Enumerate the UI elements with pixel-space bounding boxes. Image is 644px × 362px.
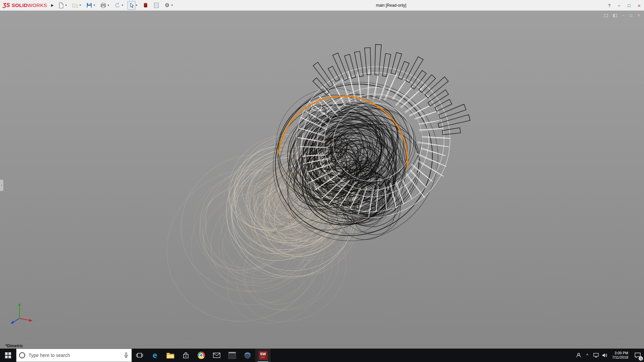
edge-button[interactable]: e xyxy=(147,349,163,362)
microphone-icon[interactable] xyxy=(123,352,129,358)
command-prompt-icon xyxy=(228,352,236,359)
triad-z-axis xyxy=(13,318,19,322)
start-button[interactable] xyxy=(0,349,16,362)
undo-dropdown-arrow-icon[interactable]: ▾ xyxy=(122,4,123,7)
options-dropdown-arrow-icon[interactable]: ▾ xyxy=(171,4,173,7)
toolbar-flyout-arrow-icon[interactable]: ▶ xyxy=(50,3,57,7)
solidworks-app-icon: SW 2017 xyxy=(259,351,268,360)
clock-time: 3:09 PM xyxy=(612,351,628,355)
properties-button[interactable] xyxy=(152,1,160,10)
print-button[interactable] xyxy=(99,1,107,10)
restore-button[interactable]: □ xyxy=(628,3,630,8)
search-input[interactable] xyxy=(28,352,121,358)
undo-arrow-icon xyxy=(114,2,120,8)
chevron-up-icon: ^ xyxy=(586,353,588,358)
print-icon xyxy=(100,2,106,8)
taskbar-clock[interactable]: 3:09 PM 7/11/2018 xyxy=(609,351,631,360)
new-document-button[interactable] xyxy=(57,1,65,10)
select-dropdown-arrow-icon[interactable]: ▾ xyxy=(136,4,137,7)
open-button[interactable] xyxy=(71,1,79,10)
reference-triad xyxy=(6,301,35,325)
solidworks-logo: ƷS SOLIDWORKS xyxy=(0,2,50,9)
model-wireframe-canvas[interactable] xyxy=(0,11,644,349)
taskbar-search[interactable] xyxy=(16,349,132,362)
print-dropdown-arrow-icon[interactable]: ▾ xyxy=(108,4,109,7)
speaker-icon xyxy=(602,353,608,358)
open-dropdown-arrow-icon[interactable]: ▾ xyxy=(79,4,81,7)
file-explorer-icon xyxy=(166,352,174,359)
system-tray: ^ 3:09 PM 7/11/2018 3 xyxy=(574,349,644,362)
new-dropdown-arrow-icon[interactable]: ▾ xyxy=(65,4,67,7)
graphics-viewport[interactable]: – □ × › *Dimetric xyxy=(0,11,644,349)
triad-x-arrow-icon xyxy=(29,319,33,322)
task-view-icon xyxy=(136,352,143,359)
window-controls: ? – □ × xyxy=(608,0,641,11)
solidworks-taskbar-button[interactable]: SW 2017 xyxy=(255,349,271,362)
person-icon xyxy=(576,352,582,358)
action-center-button[interactable]: 3 xyxy=(631,349,644,362)
mail-envelope-icon xyxy=(213,352,221,358)
triad-z-arrow-icon xyxy=(11,321,14,324)
titlebar: ƷS SOLIDWORKS ▶ ▾ ▾ ▾ xyxy=(0,0,644,11)
save-button[interactable] xyxy=(85,1,93,10)
close-button[interactable]: × xyxy=(638,3,641,8)
people-button[interactable] xyxy=(574,349,583,362)
app-circle-icon xyxy=(244,352,251,359)
doc-pane-right-icon[interactable] xyxy=(613,14,617,17)
save-floppy-icon xyxy=(86,2,92,8)
file-explorer-button[interactable] xyxy=(163,349,178,362)
open-folder-icon xyxy=(72,2,78,8)
appearances-button[interactable] xyxy=(142,1,150,10)
save-dropdown-arrow-icon[interactable]: ▾ xyxy=(94,4,95,7)
cortana-icon[interactable] xyxy=(19,352,25,358)
taskbar: e SW 2017 xyxy=(0,349,644,362)
network-button[interactable] xyxy=(592,349,600,362)
notification-badge: 3 xyxy=(639,356,643,361)
doc-restore-button[interactable]: □ xyxy=(630,13,632,17)
doc-close-button[interactable]: × xyxy=(638,13,640,17)
undo-button[interactable] xyxy=(113,1,121,10)
network-icon xyxy=(593,353,599,358)
edge-icon: e xyxy=(153,351,157,359)
gear-icon: ⚙ xyxy=(165,3,169,8)
chrome-button[interactable] xyxy=(194,349,209,362)
featuremanager-collapsed-tab[interactable]: › xyxy=(0,179,4,191)
view-orientation-label: *Dimetric xyxy=(5,344,23,348)
tray-expand-button[interactable]: ^ xyxy=(583,349,592,362)
triad-y-arrow-icon xyxy=(18,303,21,306)
new-document-icon xyxy=(58,2,64,8)
dassault-3ds-icon: ƷS xyxy=(3,2,10,9)
command-prompt-button[interactable] xyxy=(224,349,240,362)
app-circle-button[interactable] xyxy=(240,349,255,362)
clock-date: 7/11/2018 xyxy=(612,355,628,360)
mail-button[interactable] xyxy=(209,349,224,362)
chrome-icon xyxy=(198,352,205,359)
minimize-button[interactable]: – xyxy=(618,3,620,8)
task-view-button[interactable] xyxy=(132,349,147,362)
document-window-controls: – □ × xyxy=(604,13,640,17)
triad-x-axis xyxy=(19,318,30,320)
appearances-icon xyxy=(143,2,148,8)
solidworks-icon-year: 2017 xyxy=(261,356,265,358)
logo-text-works: WORKS xyxy=(28,2,47,8)
store-button[interactable] xyxy=(178,349,194,362)
volume-button[interactable] xyxy=(600,349,609,362)
doc-pane-left-icon[interactable] xyxy=(604,14,608,17)
options-button[interactable]: ⚙ xyxy=(163,1,171,10)
store-bag-icon xyxy=(182,352,190,359)
doc-minimize-button[interactable]: – xyxy=(622,13,625,17)
document-title: main [Read-only] xyxy=(376,3,407,8)
select-cursor-icon xyxy=(128,2,135,8)
help-button[interactable]: ? xyxy=(608,3,610,8)
logo-text-solid: SOLID xyxy=(12,2,28,8)
solidworks-icon-label: SW xyxy=(260,352,266,356)
windows-logo-icon xyxy=(5,352,11,358)
select-button[interactable] xyxy=(127,1,136,10)
properties-sheet-icon xyxy=(153,2,159,8)
